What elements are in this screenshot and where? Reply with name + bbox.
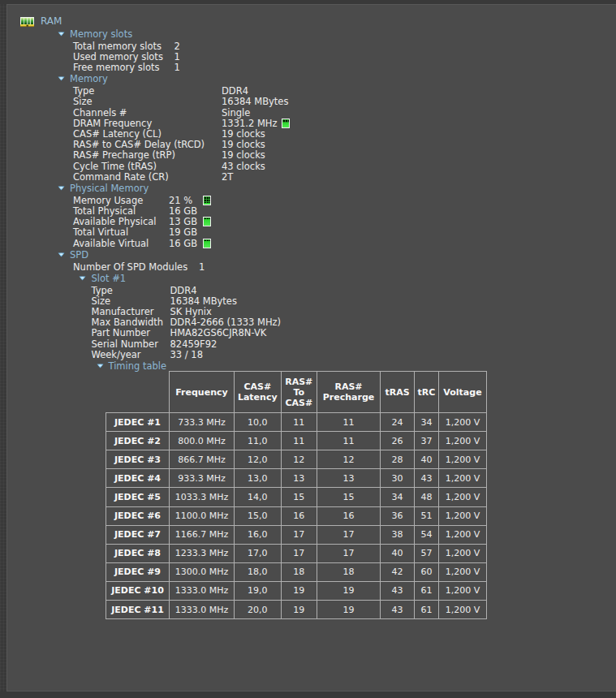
timing-table-row: JEDEC #81233.3 MHz17,0171740571,200 V [106,544,487,562]
section-header-memory[interactable]: Memory [7,74,616,84]
timing-table-cell: 1,200 V [439,525,487,544]
info-row: Memory Usage21 % [7,195,616,205]
timing-table-row: JEDEC #111333.0 MHz20,0191943611,200 V [106,600,487,618]
section-header-label: SPD [70,249,88,260]
row-value: 16384 MBytes [170,295,237,307]
collapse-arrow-icon[interactable] [58,76,65,81]
ram-info-panel: RAM Memory slotsTotal memory slots2Used … [6,4,616,692]
row-value: HMA82GS6CJR8N-VK [170,327,267,338]
tree-root-ram[interactable]: RAM [7,17,616,28]
timing-table-cell: 60 [415,562,439,581]
timing-table-cell: 1,200 V [439,562,487,581]
section-header-timing-table[interactable]: Timing table [7,360,616,371]
timing-table-cell: 1,200 V [439,506,487,525]
timing-table-cell: 12,0 [235,450,282,469]
timing-table-cell: 30 [381,469,415,488]
timing-table-cell: 1,200 V [439,432,487,450]
section-header-physical-memory[interactable]: Physical Memory [7,183,616,193]
info-row: Max BandwidthDDR4-2666 (1333 MHz) [7,317,616,328]
info-row: Part NumberHMA82GS6CJR8N-VK [7,328,616,338]
info-row: RAS# Precharge (tRP)19 clocks [7,150,616,161]
row-label: Total Virtual [73,226,128,238]
timing-table-cell: 37 [415,432,439,450]
timing-table-cell: 15 [317,488,381,506]
timing-table-cell: 933.3 MHz [170,469,235,488]
timing-table-cell: 51 [415,506,439,525]
collapse-arrow-icon[interactable] [58,32,65,37]
timing-table-cell: 1,200 V [439,600,487,618]
collapse-arrow-icon[interactable] [79,276,86,281]
section-header-label: Memory slots [70,28,132,39]
collapse-arrow-icon[interactable] [58,252,65,257]
row-label: Free memory slots [73,62,160,73]
timing-table-cell: 1033.3 MHz [170,488,235,506]
row-value: 19 clocks [222,149,265,161]
row-value: DDR4 [222,85,248,97]
info-row: Number Of SPD Modules1 [7,261,616,272]
info-row: CAS# Latency (CL)19 clocks [7,128,616,139]
section-header-label: Physical Memory [70,183,149,193]
timing-table-cell: 43 [381,600,415,618]
row-value: 1 [199,261,205,273]
info-row: Total Virtual19 GB [7,227,616,238]
row-label: Channels # [73,107,127,118]
row-value: 1 [174,51,180,62]
timing-table: FrequencyCAS# LatencyRAS# To CAS#RAS# Pr… [106,371,487,619]
timing-table-row-label: JEDEC #1 [106,413,170,432]
window-frame-left [0,0,6,698]
collapse-arrow-icon[interactable] [58,186,65,191]
timing-table-cell: 18 [281,562,317,581]
info-row: DRAM Frequency1331.2 MHz [7,118,616,128]
info-row: Serial Number82459F92 [7,338,616,349]
timing-table-cell: 17 [317,544,381,562]
section-header-spd[interactable]: SPD [7,249,616,260]
timing-table-cell: 43 [415,469,439,488]
timing-table-cell: 18,0 [235,562,282,581]
row-label: Memory Usage [73,195,143,206]
timing-table-cell: 1,200 V [439,581,487,600]
info-row: Cycle Time (tRAS)43 clocks [7,161,616,171]
timing-table-cell: 43 [381,581,415,600]
info-row: Command Rate (CR)2T [7,171,616,182]
timing-table-cell: 1,200 V [439,413,487,432]
section-header-memory-slots[interactable]: Memory slots [7,28,616,39]
timing-table-cell: 61 [415,600,439,618]
timing-table-cell: 1333.0 MHz [170,581,235,600]
row-value: 16 GB [169,205,197,217]
row-value: 16 GB [169,238,197,249]
timing-table-row: JEDEC #91300.0 MHz18,0181842601,200 V [106,562,487,581]
ram-icon [20,17,34,27]
row-label: Total memory slots [73,41,162,52]
info-row: Free memory slots1 [7,62,616,73]
info-row: Channels #Single [7,107,616,118]
section-header-slot-1[interactable]: Slot #1 [7,273,616,283]
collapse-arrow-icon[interactable] [97,364,104,368]
info-row: Available Physical13 GB [7,217,616,227]
timing-table-row-label: JEDEC #4 [106,469,170,488]
timing-table-cell: 15,0 [235,506,282,525]
row-value: 2T [222,171,233,183]
timing-table-cell: 19 [281,600,317,618]
section-header-label: Memory [70,74,108,84]
dram-frequency-gauge [282,118,290,128]
timing-table-cell: 54 [415,525,439,544]
timing-table-cell: 11 [281,432,317,450]
timing-table-cell: 12 [317,450,381,469]
timing-table-row: JEDEC #61100.0 MHz15,0161636511,200 V [106,506,487,525]
row-label: Available Physical [73,216,157,227]
timing-table-row-label: JEDEC #3 [106,450,170,469]
row-label: Total Physical [73,205,136,217]
timing-table-column-header: Voltage [439,372,487,413]
timing-table-cell: 1300.0 MHz [170,562,235,581]
timing-table-cell: 16 [281,506,317,525]
timing-table-cell: 11 [281,413,317,432]
info-row: Available Virtual16 GB [7,238,616,248]
timing-table-cell: 1166.7 MHz [170,525,235,544]
ram-info-content: RAM Memory slotsTotal memory slots2Used … [7,17,616,692]
timing-table-cell: 34 [381,488,415,506]
timing-table-cell: 42 [381,562,415,581]
timing-table-row-label: JEDEC #11 [106,600,170,618]
row-label: Type [73,85,94,97]
timing-table-cell: 11 [317,432,381,450]
row-label: Week/year [92,349,141,360]
